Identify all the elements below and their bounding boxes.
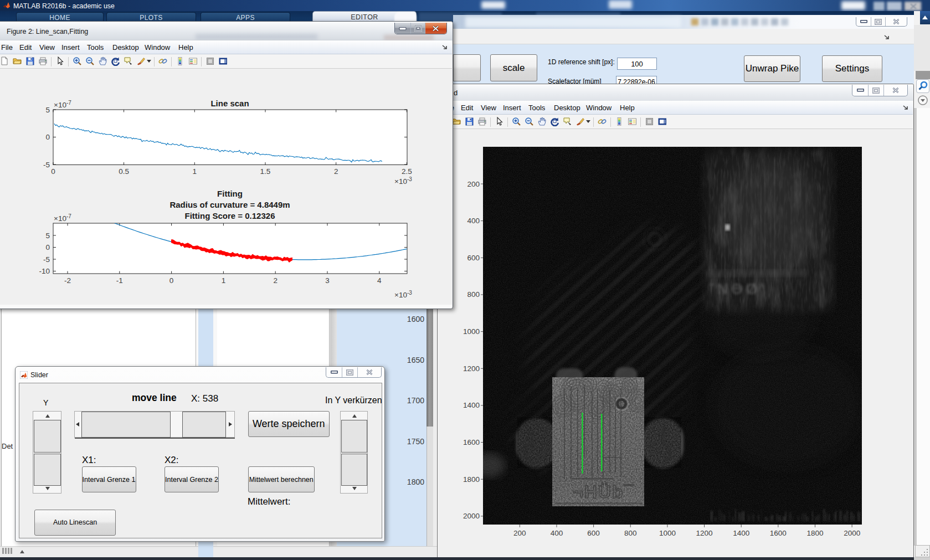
svg-text:5: 5 bbox=[45, 106, 50, 114]
svg-text:0: 0 bbox=[51, 167, 55, 176]
svg-text:800: 800 bbox=[624, 529, 637, 537]
svg-text:400: 400 bbox=[467, 217, 480, 225]
svg-text:2000: 2000 bbox=[844, 529, 860, 537]
svg-text:1: 1 bbox=[193, 167, 197, 176]
svg-text:2: 2 bbox=[273, 276, 278, 285]
svg-text:×10-3: ×10-3 bbox=[394, 176, 412, 186]
svg-text:2.5: 2.5 bbox=[402, 167, 412, 176]
svg-text:Fitting: Fitting bbox=[217, 189, 243, 198]
svg-text:1600: 1600 bbox=[463, 438, 480, 446]
svg-text:1600: 1600 bbox=[770, 529, 787, 537]
svg-text:Radius of curvature = 4.8449m: Radius of curvature = 4.8449m bbox=[169, 200, 290, 209]
svg-text:×10-3: ×10-3 bbox=[394, 290, 412, 299]
svg-text:1400: 1400 bbox=[463, 401, 480, 409]
svg-text:1200: 1200 bbox=[463, 364, 480, 373]
svg-text:200: 200 bbox=[513, 529, 526, 537]
svg-text:-2: -2 bbox=[64, 276, 71, 285]
svg-text:×10-7: ×10-7 bbox=[54, 213, 71, 223]
svg-text:1800: 1800 bbox=[463, 475, 480, 484]
svg-text:5: 5 bbox=[45, 232, 50, 240]
svg-text:2000: 2000 bbox=[463, 512, 480, 520]
svg-text:600: 600 bbox=[587, 529, 600, 537]
svg-text:×10-7: ×10-7 bbox=[54, 100, 71, 109]
svg-text:400: 400 bbox=[551, 529, 563, 537]
svg-text:0: 0 bbox=[45, 133, 50, 141]
svg-text:¬HÜb¯: ¬HÜb¯ bbox=[573, 482, 635, 502]
svg-text:0.5: 0.5 bbox=[119, 167, 129, 176]
svg-text:-1: -1 bbox=[116, 276, 123, 285]
svg-text:600: 600 bbox=[467, 254, 480, 262]
svg-text:Fitting Score = 0.12326: Fitting Score = 0.12326 bbox=[185, 211, 275, 220]
svg-text:1: 1 bbox=[222, 276, 226, 285]
svg-text:1200: 1200 bbox=[696, 529, 713, 537]
svg-text:1800: 1800 bbox=[806, 529, 823, 537]
svg-text:4: 4 bbox=[377, 276, 382, 285]
svg-text:1.5: 1.5 bbox=[260, 167, 271, 176]
svg-text:-10: -10 bbox=[39, 267, 50, 275]
svg-text:Line scan: Line scan bbox=[210, 99, 249, 108]
svg-text:-5: -5 bbox=[43, 255, 50, 264]
svg-text:0: 0 bbox=[45, 243, 50, 251]
svg-text:200: 200 bbox=[467, 180, 480, 188]
svg-text:-5: -5 bbox=[43, 161, 50, 169]
svg-text:1000: 1000 bbox=[659, 529, 676, 537]
svg-text:3: 3 bbox=[325, 276, 330, 285]
svg-text:0: 0 bbox=[169, 276, 174, 285]
svg-text:800: 800 bbox=[467, 290, 480, 299]
svg-text:1000: 1000 bbox=[463, 327, 480, 336]
svg-text:2: 2 bbox=[334, 167, 338, 176]
svg-text:1400: 1400 bbox=[733, 529, 749, 537]
